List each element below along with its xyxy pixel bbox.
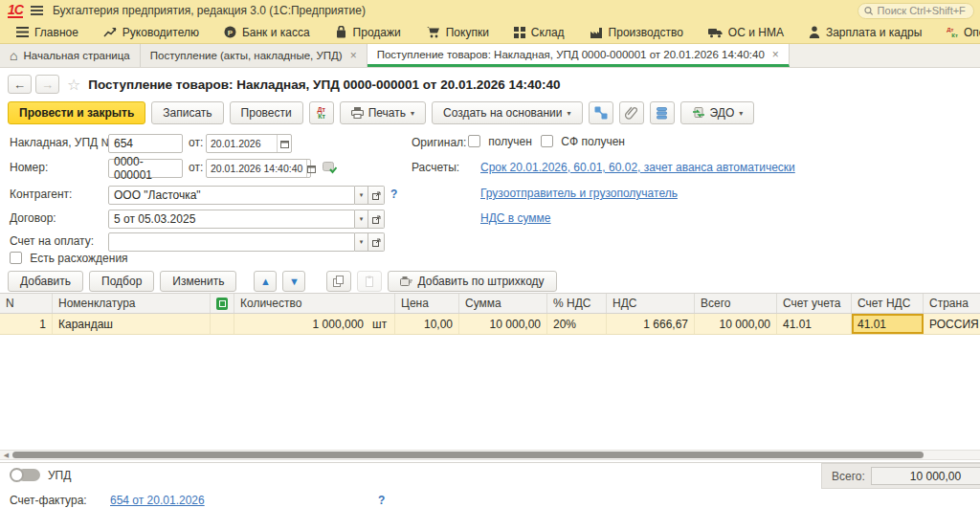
counterparty-help[interactable]: ? bbox=[390, 188, 397, 201]
col-content-flag[interactable] bbox=[211, 294, 234, 313]
attachments-button[interactable] bbox=[619, 101, 644, 124]
menu-item-rukovoditelyu[interactable]: Руководителю bbox=[91, 21, 212, 43]
invoice-link[interactable]: 654 от 20.01.2026 bbox=[110, 494, 205, 507]
copy-rows-button[interactable] bbox=[326, 271, 351, 292]
counterparty-field[interactable]: ООО "Ласточка" bbox=[108, 186, 355, 205]
original-received-checkbox[interactable]: получен bbox=[468, 135, 532, 148]
col-nomenclature[interactable]: Номенклатура bbox=[53, 294, 211, 313]
save-button[interactable]: Записать bbox=[151, 101, 223, 124]
move-down-button[interactable]: ▼ bbox=[282, 271, 305, 292]
col-account[interactable]: Счет учета bbox=[777, 294, 852, 313]
set-current-date-icon[interactable] bbox=[323, 162, 337, 177]
pick-items-button[interactable]: Подбор bbox=[89, 271, 154, 292]
main-menu-icon[interactable] bbox=[31, 6, 43, 15]
add-row-button[interactable]: Добавить bbox=[8, 271, 83, 292]
close-icon[interactable]: × bbox=[772, 48, 779, 61]
create-based-on-button[interactable]: Создать на основании ▾ bbox=[432, 101, 583, 124]
menu-item-zarplata-i-kadry[interactable]: Зарплата и кадры bbox=[796, 21, 934, 43]
forward-button[interactable]: → bbox=[35, 75, 59, 94]
payment-invoice-field[interactable] bbox=[108, 232, 355, 252]
chevron-down-icon[interactable]: ▾ bbox=[355, 210, 368, 229]
chevron-down-icon[interactable]: ▾ bbox=[355, 186, 368, 205]
checkbox-icon[interactable] bbox=[541, 135, 553, 147]
tab-receipts-list[interactable]: Поступление (акты, накладные, УПД) × bbox=[141, 44, 368, 67]
post-button[interactable]: Провести bbox=[230, 101, 303, 124]
menu-item-prodazhi[interactable]: Продажи bbox=[323, 21, 413, 43]
col-country[interactable]: Страна bbox=[924, 294, 980, 313]
checkbox-icon[interactable] bbox=[468, 135, 480, 147]
cell-sum[interactable]: 10 000,00 bbox=[459, 314, 547, 334]
cell-country[interactable]: РОССИЯ bbox=[924, 314, 980, 334]
vat-in-sum-link[interactable]: НДС в сумме bbox=[480, 211, 551, 225]
paste-rows-button[interactable] bbox=[357, 271, 382, 292]
invoice-date-field[interactable]: 20.01.2026 bbox=[206, 134, 292, 153]
reports-stack-button[interactable] bbox=[650, 101, 675, 124]
edit-row-button[interactable]: Изменить bbox=[160, 271, 236, 292]
open-item-icon[interactable] bbox=[368, 186, 385, 205]
col-sum[interactable]: Сумма bbox=[459, 294, 547, 313]
cell-vat[interactable]: 1 666,67 bbox=[607, 314, 695, 334]
menu-item-pokupki[interactable]: Покупки bbox=[413, 21, 501, 43]
cell-total[interactable]: 10 000,00 bbox=[695, 314, 777, 334]
shipper-consignee-link[interactable]: Грузоотправитель и грузополучатель bbox=[480, 187, 678, 200]
global-search[interactable] bbox=[858, 3, 974, 19]
cell-vat-rate[interactable]: 20% bbox=[547, 314, 607, 334]
post-and-close-button[interactable]: Провести и закрыть bbox=[8, 101, 145, 124]
calendar-icon[interactable] bbox=[277, 135, 291, 152]
cell-vat-account-selected[interactable]: 41.01 bbox=[852, 314, 924, 334]
col-n[interactable]: N bbox=[0, 294, 53, 313]
table-row[interactable]: 1 Карандаш 1 000,000шт 10,00 10 000,00 2… bbox=[0, 314, 980, 335]
col-vat-account[interactable]: Счет НДС bbox=[852, 294, 924, 313]
add-by-barcode-button[interactable]: Добавить по штрихкоду bbox=[388, 271, 556, 292]
tab-home[interactable]: ⌂ Начальная страница bbox=[0, 44, 141, 67]
scrollbar-thumb[interactable] bbox=[12, 452, 924, 458]
document-datetime-field[interactable]: 20.01.2026 14:40:40 bbox=[206, 159, 311, 178]
upd-toggle[interactable] bbox=[10, 468, 40, 482]
col-quantity[interactable]: Количество bbox=[234, 294, 395, 313]
col-total[interactable]: Всего bbox=[695, 294, 777, 313]
show-postings-button[interactable]: ДтКт bbox=[309, 101, 334, 124]
cell-n[interactable]: 1 bbox=[0, 314, 53, 334]
invoice-number-field[interactable]: 654 bbox=[108, 134, 183, 153]
col-vat[interactable]: НДС bbox=[607, 294, 695, 313]
settlements-label: Расчеты: bbox=[412, 161, 459, 174]
menu-item-os-i-nma[interactable]: ОС и НМА bbox=[696, 21, 796, 43]
contract-field[interactable]: 5 от 05.03.2025 bbox=[108, 210, 355, 229]
open-item-icon[interactable] bbox=[368, 232, 385, 252]
invoice-row: Счет-фактура: 654 от 20.01.2026 ? bbox=[10, 494, 967, 507]
arrow-down-icon: ▼ bbox=[289, 276, 300, 287]
cell-content-flag[interactable] bbox=[211, 314, 234, 334]
print-button[interactable]: Печать ▾ bbox=[340, 101, 426, 124]
search-input[interactable] bbox=[878, 5, 968, 16]
document-number-field[interactable]: 0000-000001 bbox=[108, 159, 183, 178]
move-up-button[interactable]: ▲ bbox=[254, 271, 277, 292]
sf-received-checkbox[interactable]: СФ получен bbox=[541, 135, 625, 148]
col-vat-rate[interactable]: % НДС bbox=[547, 294, 607, 313]
menu-item-sklad[interactable]: Склад bbox=[501, 21, 577, 43]
table-empty-area[interactable] bbox=[0, 335, 980, 451]
menu-item-bank-i-kassa[interactable]: Р Банк и касса bbox=[212, 21, 323, 43]
menu-item-proizvodstvo[interactable]: Производство bbox=[577, 21, 696, 43]
menu-item-operacii[interactable]: ДтКт Операции bbox=[934, 21, 980, 43]
cell-quantity[interactable]: 1 000,000шт bbox=[234, 314, 395, 334]
open-item-icon[interactable] bbox=[368, 210, 385, 229]
menu-item-glavnoe[interactable]: Главное bbox=[4, 21, 91, 43]
close-icon[interactable]: × bbox=[350, 49, 357, 62]
checkbox-icon[interactable] bbox=[10, 252, 22, 264]
cell-nomenclature[interactable]: Карандаш bbox=[53, 314, 211, 334]
chevron-down-icon[interactable]: ▾ bbox=[355, 232, 368, 252]
scroll-left-icon[interactable]: ◀ bbox=[0, 451, 12, 459]
discrepancies-checkbox[interactable]: Есть расхождения bbox=[10, 252, 128, 265]
settlements-link[interactable]: Срок 20.01.2026, 60.01, 60.02, зачет ава… bbox=[480, 161, 795, 174]
edo-button[interactable]: ЭДО ▾ bbox=[680, 101, 755, 124]
invoice-help[interactable]: ? bbox=[378, 494, 385, 507]
col-price[interactable]: Цена bbox=[395, 294, 459, 313]
cell-account[interactable]: 41.01 bbox=[777, 314, 852, 334]
favorite-star-icon[interactable]: ☆ bbox=[67, 76, 80, 94]
horizontal-scrollbar[interactable]: ◀ bbox=[0, 450, 980, 460]
related-documents-button[interactable] bbox=[589, 101, 613, 124]
calendar-icon[interactable] bbox=[306, 160, 316, 177]
tab-goods-receipt-document[interactable]: Поступление товаров: Накладная, УПД 0000… bbox=[368, 44, 790, 67]
back-button[interactable]: ← bbox=[8, 75, 32, 94]
cell-price[interactable]: 10,00 bbox=[395, 314, 459, 334]
